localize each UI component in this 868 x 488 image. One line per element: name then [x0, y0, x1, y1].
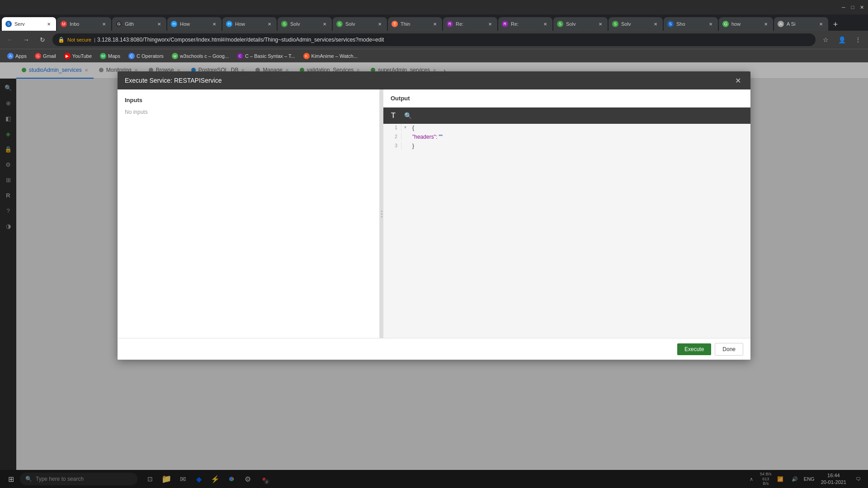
- tab-favicon: S: [667, 21, 674, 27]
- tab-close-button[interactable]: ✕: [211, 20, 218, 28]
- tab-inbox[interactable]: M Inbo ✕: [57, 17, 111, 31]
- address-bar: ← → ↻ 🔒 Not secure | 3.128.18.143:8080/T…: [0, 31, 868, 49]
- tab-serv[interactable]: S Serv ✕: [2, 17, 56, 31]
- profile-icon[interactable]: 👤: [835, 33, 848, 46]
- tab-thin[interactable]: T Thin ✕: [388, 17, 442, 31]
- bookmark-gmail[interactable]: G Gmail: [31, 51, 60, 61]
- line-content: "headers": "": [409, 133, 750, 141]
- bookmark-apps-icon: A: [7, 53, 14, 59]
- output-panel: Output T 🔍 1 ▾ { 2: [383, 89, 750, 338]
- tab-close-button[interactable]: ✕: [652, 20, 659, 28]
- line-arrow[interactable]: ▾: [401, 124, 409, 130]
- resize-dot: [381, 216, 382, 217]
- tab-close-button[interactable]: ✕: [597, 20, 604, 28]
- code-line-3: 3 }: [383, 142, 750, 151]
- tab-title: how: [731, 21, 760, 27]
- minimize-button[interactable]: ─: [841, 5, 846, 10]
- maximize-button[interactable]: □: [850, 5, 855, 10]
- inputs-panel: Inputs No inputs: [118, 89, 380, 338]
- address-input[interactable]: 🔒 Not secure | 3.128.18.143:8080/Thingwo…: [52, 33, 816, 46]
- tab-solv1[interactable]: S Solv ✕: [278, 17, 332, 31]
- forward-button[interactable]: →: [20, 33, 33, 46]
- execute-button[interactable]: Execute: [677, 343, 711, 355]
- tab-title: Re:: [511, 21, 539, 27]
- back-button[interactable]: ←: [4, 33, 16, 46]
- tab-re1[interactable]: R Re: ✕: [443, 17, 497, 31]
- tab-favicon: R: [447, 21, 453, 27]
- menu-icon[interactable]: ⋮: [852, 33, 864, 46]
- bookmark-c-basic-icon: C: [237, 53, 243, 59]
- modal-header: Execute Service: RESTAPIService ✕: [118, 71, 750, 89]
- tab-close-button[interactable]: ✕: [817, 20, 825, 28]
- tab-close-button[interactable]: ✕: [707, 20, 714, 28]
- tab-favicon: G: [116, 21, 122, 27]
- tab-github[interactable]: G Gith ✕: [112, 17, 166, 31]
- address-url: 3.128.18.143:8080/Thingworx/Composer/ind…: [97, 37, 384, 43]
- tab-close-button[interactable]: ✕: [100, 20, 108, 28]
- resize-handle[interactable]: [380, 89, 383, 338]
- tab-close-button[interactable]: ✕: [542, 20, 549, 28]
- bookmark-c-basic[interactable]: C C – Basic Syntax – T...: [233, 51, 298, 61]
- modal-close-button[interactable]: ✕: [732, 75, 743, 86]
- tab-show[interactable]: S Sho ✕: [664, 17, 718, 31]
- tab-close-button[interactable]: ✕: [376, 20, 383, 28]
- tab-title: Solv: [345, 21, 373, 27]
- address-separator: |: [94, 37, 95, 42]
- tab-favicon: T: [392, 21, 398, 27]
- bookmark-youtube[interactable]: ▶ YouTube: [61, 51, 95, 61]
- tab-close-button[interactable]: ✕: [266, 20, 273, 28]
- tab-solv3[interactable]: S Solv ✕: [553, 17, 608, 31]
- tab-favicon: H: [226, 21, 232, 27]
- reload-button[interactable]: ↻: [36, 33, 49, 46]
- tab-close-button[interactable]: ✕: [431, 20, 439, 28]
- bookmark-maps-icon: M: [100, 53, 106, 59]
- output-code-area: 1 ▾ { 2 "headers": "": [383, 124, 750, 338]
- inputs-heading: Inputs: [125, 97, 372, 103]
- close-button[interactable]: ✕: [859, 5, 864, 10]
- bookmark-kimanime-icon: K: [303, 53, 310, 59]
- bookmark-kimanime[interactable]: K KimAnime – Watch...: [300, 51, 361, 61]
- bookmark-c-operators[interactable]: C C Operators: [125, 51, 167, 61]
- tab-solv2[interactable]: S Solv ✕: [333, 17, 387, 31]
- bookmark-apps[interactable]: A Apps: [4, 51, 30, 61]
- modal-body: Inputs No inputs Output T 🔍: [118, 89, 750, 338]
- done-button[interactable]: Done: [715, 343, 743, 356]
- bookmark-youtube-label: YouTube: [72, 53, 92, 59]
- tab-favicon: A: [778, 21, 784, 27]
- output-search-icon[interactable]: 🔍: [401, 109, 414, 122]
- bookmark-apps-label: Apps: [15, 53, 27, 59]
- tab-how2[interactable]: H How ✕: [222, 17, 277, 31]
- tab-as[interactable]: A A Si ✕: [774, 17, 828, 31]
- tab-solv4[interactable]: S Solv ✕: [609, 17, 663, 31]
- output-format-icon[interactable]: T: [387, 109, 400, 122]
- bookmark-gmail-label: Gmail: [43, 53, 56, 59]
- code-line-2: 2 "headers": "": [383, 133, 750, 142]
- bookmark-maps[interactable]: M Maps: [96, 51, 124, 61]
- bookmark-kimanime-label: KimAnime – Watch...: [311, 53, 358, 59]
- tab-re2[interactable]: R Re: ✕: [498, 17, 552, 31]
- modal-footer: Execute Done: [118, 338, 750, 360]
- bookmark-star-icon[interactable]: ☆: [819, 33, 832, 46]
- tab-title: Gith: [125, 21, 153, 27]
- tab-title: A Si: [787, 21, 815, 27]
- tab-favicon: S: [336, 21, 343, 27]
- bookmark-maps-label: Maps: [108, 53, 120, 59]
- output-heading: Output: [383, 89, 750, 108]
- line-arrow-spacer: [401, 133, 409, 134]
- bookmark-gmail-icon: G: [35, 53, 41, 59]
- tab-title: Re:: [456, 21, 484, 27]
- json-key: "headers": [412, 134, 436, 140]
- new-tab-button[interactable]: +: [829, 18, 842, 31]
- tab-how3[interactable]: G how ✕: [719, 17, 773, 31]
- tab-close-button[interactable]: ✕: [321, 20, 328, 28]
- tab-close-button[interactable]: ✕: [486, 20, 494, 28]
- bookmark-w3schools[interactable]: w w3schools c – Goog...: [168, 51, 232, 61]
- tab-close-button[interactable]: ✕: [762, 20, 769, 28]
- tab-title: Inbo: [70, 21, 98, 27]
- tab-close-button[interactable]: ✕: [45, 20, 52, 28]
- modal-overlay: Execute Service: RESTAPIService ✕ Inputs…: [0, 62, 868, 488]
- json-colon: :: [436, 134, 439, 140]
- tab-title: How: [180, 21, 208, 27]
- tab-how1[interactable]: H How ✕: [167, 17, 222, 31]
- tab-close-button[interactable]: ✕: [156, 20, 163, 28]
